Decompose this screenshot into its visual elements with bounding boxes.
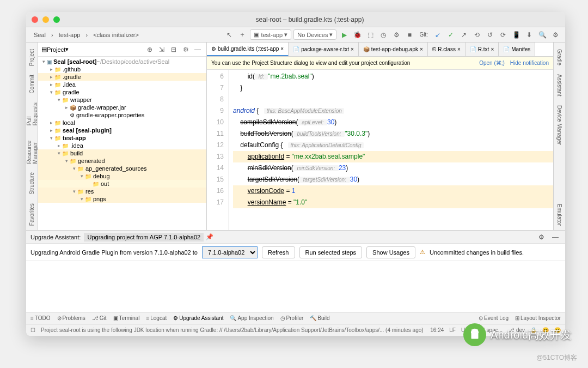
rail-gradle[interactable]: Gradle: [555, 45, 564, 70]
breadcrumb-3[interactable]: <class initializer>: [90, 31, 142, 39]
notice-message: You can use the Project Structure dialog…: [211, 60, 410, 66]
add-config-icon[interactable]: ＋: [237, 29, 248, 40]
android-icon: [463, 323, 486, 346]
rail-assistant[interactable]: Assistant: [555, 70, 564, 101]
version-select[interactable]: 7.1.0-alpha02: [202, 246, 258, 258]
panel-hide-icon[interactable]: —: [550, 232, 561, 243]
debug-icon[interactable]: 🐞: [352, 29, 363, 40]
titlebar: seal-root – build.gradle.kts (:test-app): [26, 12, 565, 27]
upgrade-message: Upgrading Android Gradle Plugin from ver…: [30, 249, 198, 256]
tab-apk[interactable]: 📦 test-app-debug.apk ×: [359, 43, 428, 56]
editor-tabs: ⚙ build.gradle.kts (:test-app × 📄 packag…: [207, 43, 553, 57]
profile-icon[interactable]: ◷: [378, 29, 389, 40]
panel-gear-icon[interactable]: ⚙: [536, 232, 547, 243]
rail-project[interactable]: Project: [28, 45, 36, 70]
tab-build-gradle[interactable]: ⚙ build.gradle.kts (:test-app ×: [207, 43, 289, 56]
rail-device-manager[interactable]: Device Manager: [555, 101, 564, 149]
commit-icon[interactable]: ✓: [445, 29, 456, 40]
notice-open-link[interactable]: Open (⌘;): [479, 60, 505, 66]
sdk-icon[interactable]: ⬇: [524, 29, 535, 40]
btab-problems[interactable]: ⊘ Problems: [57, 315, 85, 321]
rail-favorites[interactable]: Favorites: [28, 199, 36, 230]
coverage-icon[interactable]: ⬚: [365, 29, 376, 40]
search-icon[interactable]: 🔍: [537, 29, 548, 40]
editor-area: ⚙ build.gradle.kts (:test-app × 📄 packag…: [207, 43, 553, 230]
avd-icon[interactable]: 📱: [511, 29, 522, 40]
status-message: Project seal-root is using the following…: [41, 327, 425, 333]
rail-structure[interactable]: Structure: [28, 168, 36, 199]
warning-text: Uncommitted changes in build files.: [430, 249, 524, 256]
settings-icon[interactable]: ⚙: [550, 29, 561, 40]
btab-profiler[interactable]: ◷ Profiler: [280, 315, 304, 321]
btab-layout-inspector[interactable]: ⊞ Layout Inspector: [515, 315, 561, 321]
left-tool-rail: Project Commit Pull Requests Resource Ma…: [26, 43, 38, 230]
btab-build[interactable]: 🔨 Build: [310, 315, 329, 321]
rollback-icon[interactable]: ↺: [485, 29, 495, 40]
btab-git[interactable]: ⎇ Git: [92, 315, 107, 321]
btab-inspection[interactable]: 🔍 App Inspection: [230, 315, 273, 321]
btab-logcat[interactable]: ≡ Logcat: [146, 315, 167, 321]
tab-rclass[interactable]: © R.class ×: [428, 43, 465, 56]
btab-upgrade[interactable]: ⚙ Upgrade Assistant: [173, 315, 223, 321]
sync-icon[interactable]: ⟳: [498, 29, 509, 40]
device-select[interactable]: No Devices ▾: [293, 29, 336, 40]
rail-commit[interactable]: Commit: [28, 70, 36, 98]
rail-pull-requests[interactable]: Pull Requests: [26, 98, 39, 130]
rail-emulator[interactable]: Emulator: [555, 200, 564, 230]
code-body[interactable]: id( id: "me.2bab.seal") } android { this…: [229, 70, 553, 230]
push-icon[interactable]: ↗: [458, 29, 469, 40]
status-position[interactable]: 16:24: [430, 327, 444, 333]
refresh-button[interactable]: Refresh: [262, 246, 295, 258]
project-sidebar: ▤ Project ▾ ⊕ ⇲ ⊟ ⚙ — ▾▣Seal [seal-root]…: [38, 43, 207, 230]
watermark: Android高效开发: [463, 323, 572, 346]
nav-toolbar: Seal› test-app› <class initializer> ↖ ＋ …: [26, 27, 565, 43]
watermark-credit: @51CTO博客: [536, 353, 577, 363]
maximize-icon[interactable]: [53, 16, 60, 23]
bottom-tabs: ≡ TODO ⊘ Problems ⎇ Git ▣ Terminal ≡ Log…: [26, 312, 565, 324]
run-icon[interactable]: ▶: [339, 29, 350, 40]
warning-icon: ⚠: [420, 249, 425, 256]
panel-header: Upgrade Assistant: Upgrading project fro…: [26, 231, 565, 244]
select-file-icon[interactable]: ⊕: [144, 44, 155, 55]
vcs-label: Git:: [419, 32, 428, 38]
history-icon[interactable]: ⟲: [471, 29, 482, 40]
sidebar-header: ▤ Project ▾ ⊕ ⇲ ⊟ ⚙ —: [38, 43, 206, 57]
rail-resource-manager[interactable]: Resource Manager: [26, 130, 39, 168]
panel-subtitle[interactable]: Upgrading project from AGP 7.1.0-alpha02: [84, 233, 204, 242]
attach-icon[interactable]: ⚙: [391, 29, 402, 40]
breadcrumb-1[interactable]: Seal: [30, 31, 49, 39]
tab-rtxt[interactable]: 📄 R.txt ×: [465, 43, 499, 56]
minimize-icon[interactable]: [42, 16, 49, 23]
bottom-panel: Upgrade Assistant: Upgrading project fro…: [26, 230, 565, 312]
ide-window: seal-root – build.gradle.kts (:test-app)…: [26, 12, 565, 336]
project-tree[interactable]: ▾▣Seal [seal-root] ~/Desktop/code/active…: [38, 57, 206, 230]
breadcrumb-2[interactable]: test-app: [56, 31, 84, 39]
back-icon[interactable]: ↖: [224, 29, 235, 40]
window-title: seal-root – build.gradle.kts (:test-app): [60, 16, 560, 23]
gear-icon[interactable]: ⚙: [180, 44, 191, 55]
traffic-lights: [32, 16, 60, 23]
tab-manifest[interactable]: 📄 Manifes: [499, 43, 535, 56]
gutter: 678 91011 121314 151617: [207, 70, 229, 230]
show-usages-button[interactable]: Show Usages: [366, 246, 415, 258]
panel-title: Upgrade Assistant:: [30, 234, 81, 240]
update-icon[interactable]: ↙: [432, 29, 443, 40]
run-steps-button[interactable]: Run selected steps: [299, 246, 363, 258]
run-config-select[interactable]: ▣ test-app ▾: [250, 29, 291, 40]
status-line-ending[interactable]: LF: [449, 327, 456, 333]
code-editor[interactable]: 678 91011 121314 151617 id( id: "me.2bab…: [207, 70, 553, 230]
panel-controls: Upgrading Android Gradle Plugin from ver…: [26, 244, 565, 261]
close-icon[interactable]: [32, 16, 38, 23]
notice-hide-link[interactable]: Hide notification: [510, 60, 549, 66]
expand-icon[interactable]: ⇲: [156, 44, 167, 55]
btab-todo[interactable]: ≡ TODO: [30, 315, 51, 321]
hide-sidebar-icon[interactable]: —: [192, 44, 203, 55]
project-view-select[interactable]: Project: [47, 46, 65, 53]
tab-package-aware[interactable]: 📄 package-aware-r.txt ×: [289, 43, 359, 56]
breadcrumb[interactable]: Seal› test-app› <class initializer>: [30, 31, 142, 39]
right-tool-rail: Gradle Assistant Device Manager Emulator: [553, 43, 565, 230]
stop-icon[interactable]: ■: [404, 29, 415, 40]
collapse-icon[interactable]: ⊟: [168, 44, 179, 55]
btab-event-log[interactable]: ⊙ Event Log: [479, 315, 509, 321]
btab-terminal[interactable]: ▣ Terminal: [113, 315, 140, 321]
